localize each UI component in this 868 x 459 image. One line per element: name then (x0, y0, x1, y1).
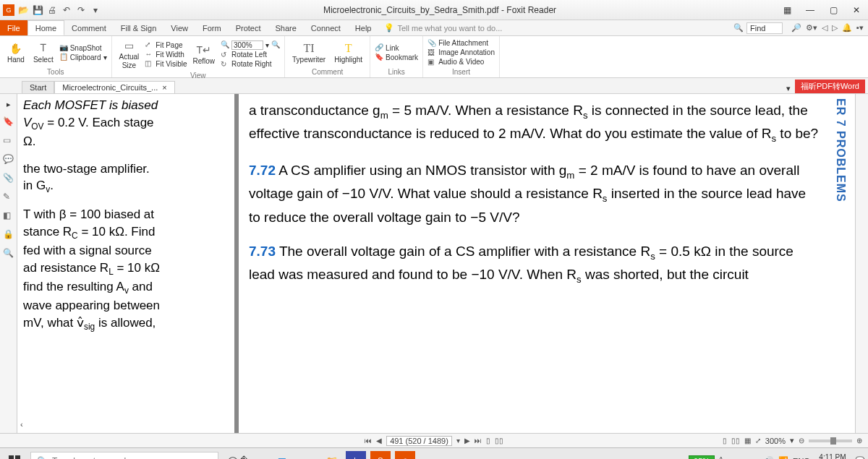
language-indicator[interactable]: ENG (793, 457, 810, 460)
redo-icon[interactable]: ↷ (75, 4, 87, 16)
battery-indicator[interactable]: 95% (689, 455, 715, 460)
zoom-in-icon[interactable]: 🔍 (271, 40, 280, 49)
layout-icon-1[interactable]: ▯ (486, 437, 490, 445)
zoom-dropdown-icon[interactable]: ▾ (265, 41, 269, 49)
edge-icon[interactable]: e (297, 451, 317, 460)
zoom-out-icon[interactable]: ⊖ (799, 437, 804, 445)
pin-icon[interactable]: ▪▾ (856, 23, 864, 33)
start-button[interactable] (3, 451, 26, 460)
pdf-to-word-button[interactable]: 福昕PDF转Word (795, 80, 865, 93)
collapse-ribbon-icon[interactable]: ◁ (822, 23, 827, 33)
pages-panel-icon[interactable]: ▭ (3, 135, 14, 147)
actual-size-button[interactable]: ▭ActualSize (116, 38, 142, 71)
last-page-icon[interactable]: ⏭ (475, 437, 482, 445)
reflow-button[interactable]: T↵Reflow (190, 42, 218, 67)
search-done-icon[interactable]: 🔎 (791, 23, 801, 33)
view-mode-icon-1[interactable]: ▯ (723, 437, 727, 445)
scroll-left-icon[interactable]: ‹ (20, 419, 23, 430)
tab-view[interactable]: View (163, 20, 195, 35)
taskbar-search[interactable]: 🔍Type here to search (30, 452, 218, 460)
layout-icon-2[interactable]: ▯▯ (495, 437, 503, 445)
tab-connect[interactable]: Connect (304, 20, 348, 35)
typewriter-button[interactable]: TITypewriter (289, 40, 328, 65)
tab-home[interactable]: Home (27, 20, 64, 35)
volume-icon[interactable]: 🔊 (764, 456, 774, 459)
bookmarks-panel-icon[interactable]: 🔖 (3, 116, 14, 128)
rotate-right-button[interactable]: ↻Rotate Right (221, 60, 280, 69)
security-panel-icon[interactable]: 🔒 (3, 229, 14, 241)
attachments-panel-icon[interactable]: 📎 (3, 173, 14, 184)
zoom-dropdown-icon[interactable]: ▾ (790, 436, 794, 445)
qat-more-icon[interactable]: ▾ (90, 4, 101, 16)
cortana-icon[interactable]: �ences (247, 451, 268, 460)
bookmark-button[interactable]: 🔖Bookmark (375, 53, 418, 61)
explorer-icon[interactable]: 📁 (321, 451, 341, 460)
minimize-icon[interactable]: — (801, 3, 819, 17)
find-input[interactable]: Find (746, 22, 783, 34)
clock[interactable]: 4:11 PM 11/25/2021 (814, 453, 851, 460)
comments-panel-icon[interactable]: 💬 (3, 154, 14, 166)
tab-fill-sign[interactable]: Fill & Sign (114, 20, 164, 35)
tab-form[interactable]: Form (195, 20, 229, 35)
fit-width-button[interactable]: ↔Fit Width (145, 50, 187, 59)
page-right[interactable]: a transconductance gm = 5 mA/V. When a r… (239, 94, 826, 433)
apps-icon[interactable]: ▦ (778, 3, 796, 17)
fit-visible-button[interactable]: ◫Fit Visible (145, 59, 187, 68)
wifi-icon[interactable]: 📶 (778, 456, 788, 459)
audio-video-button[interactable]: ▣Audio & Video (427, 58, 495, 67)
highlight-button[interactable]: THighlight (331, 40, 365, 65)
tab-comment[interactable]: Comment (64, 20, 114, 35)
app-icon-2[interactable]: G (370, 451, 391, 460)
prev-page-icon[interactable]: ◀ (376, 437, 382, 445)
zoom-in-icon[interactable]: ⊕ (856, 437, 862, 445)
settings-icon[interactable]: ⚙▾ (806, 23, 817, 33)
first-page-icon[interactable]: ⏮ (365, 437, 372, 445)
close-tab-icon[interactable]: × (162, 83, 166, 92)
doctab-document[interactable]: Microelectronic_Circuits_...× (54, 81, 174, 93)
onedrive-icon[interactable]: ☁ (728, 456, 736, 459)
fit-page-button[interactable]: ⤢Fit Page (145, 40, 187, 49)
app-icon-3[interactable]: ◉ (395, 451, 415, 460)
sidebar-expand-icon[interactable]: ▸ (7, 100, 11, 109)
search-panel-icon[interactable]: 🔍 (3, 248, 14, 259)
page-dropdown-icon[interactable]: ▾ (456, 437, 460, 445)
signatures-panel-icon[interactable]: ✎ (3, 192, 14, 203)
battery-icon[interactable]: ▬ (752, 457, 760, 460)
view-mode-icon-2[interactable]: ▯▯ (731, 437, 740, 445)
rotate-left-button[interactable]: ↺Rotate Left (221, 51, 280, 59)
mail-icon[interactable]: ✉ (272, 451, 292, 460)
view-mode-icon-4[interactable]: ⤢ (755, 437, 761, 445)
tray-chevron-icon[interactable]: ˄ (719, 456, 723, 459)
page-number-input[interactable]: 491 (520 / 1489) (386, 436, 452, 446)
zoom-input[interactable]: 300% (231, 40, 263, 50)
doctab-dropdown-icon[interactable]: ▾ (782, 84, 795, 93)
clipboard-button[interactable]: 📋Clipboard ▾ (59, 53, 107, 61)
tray-icon[interactable]: ▭ (740, 456, 747, 459)
notifications-icon[interactable]: 💬 (855, 456, 865, 459)
open-icon[interactable]: 📂 (17, 4, 29, 16)
image-annotation-button[interactable]: 🖼Image Annotation (427, 48, 495, 57)
page-left[interactable]: Each MOSFET is biased VOV = 0.2 V. Each … (17, 94, 234, 433)
snapshot-button[interactable]: 📷SnapShot (59, 43, 107, 52)
app-icon-1[interactable]: L (346, 451, 366, 460)
save-icon[interactable]: 💾 (32, 4, 43, 16)
bell-icon[interactable]: 🔔 (842, 23, 852, 33)
maximize-icon[interactable]: ▢ (825, 3, 842, 17)
tab-protect[interactable]: Protect (229, 20, 268, 35)
next-page-icon[interactable]: ▶ (464, 437, 470, 445)
tab-share[interactable]: Share (268, 20, 303, 35)
link-button[interactable]: 🔗Link (375, 43, 418, 52)
tell-me[interactable]: 💡Tell me what you want to do... (378, 20, 508, 35)
view-mode-icon-3[interactable]: ▦ (744, 437, 751, 445)
zoom-out-icon[interactable]: 🔍 (221, 40, 229, 49)
file-attachment-button[interactable]: 📎File Attachment (427, 39, 495, 48)
hand-button[interactable]: ✋Hand (4, 40, 27, 65)
play-icon[interactable]: ▷ (832, 23, 838, 33)
zoom-slider[interactable] (809, 439, 852, 442)
select-button[interactable]: ᎢSelect (30, 40, 56, 65)
undo-icon[interactable]: ↶ (61, 4, 72, 16)
tab-file[interactable]: File (0, 20, 27, 35)
tab-help[interactable]: Help (348, 20, 379, 35)
doctab-start[interactable]: Start (22, 81, 54, 93)
close-icon[interactable]: ✕ (848, 3, 865, 17)
